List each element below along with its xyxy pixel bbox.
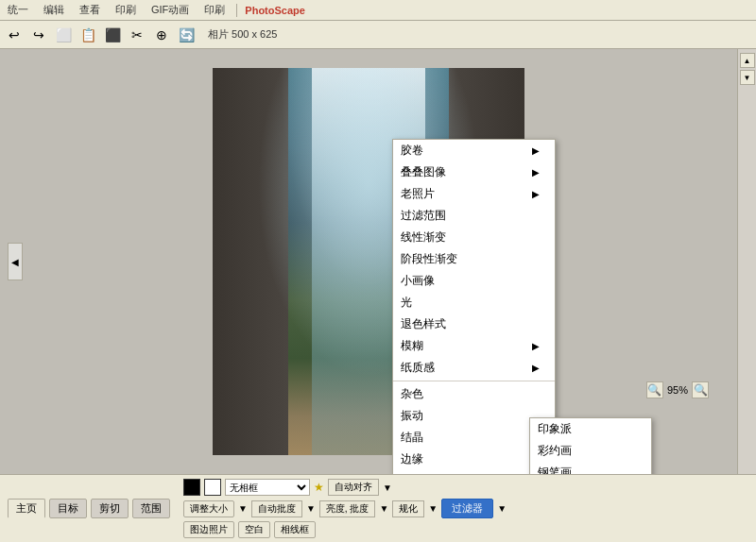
zoom-level: 95% [667, 384, 688, 396]
bottom-panel: 主页 目标 剪切 范围 无相框 ★ 自动对齐 ▼ 调整大小 ▼ 自动批度 ▼ 亮… [0, 474, 756, 542]
menu-step-grad[interactable]: 阶段性渐变 [393, 248, 555, 270]
menu-blur[interactable]: 模糊▶ [393, 335, 555, 357]
star-btn[interactable]: ★ [314, 481, 324, 494]
paste-btn[interactable]: 📋 [77, 25, 98, 45]
toolbar-print2[interactable]: 印刷 [200, 3, 229, 17]
tab-home[interactable]: 主页 [8, 499, 45, 518]
submenu-brush: 印象派 彩约画 钢笔画 水彩画 油画 铅笔画 素画 板画（彩色） [529, 417, 652, 474]
second-toolbar: ↩ ↪ ⬜ 📋 ⬛ ✂ ⊕ 🔄 相片 500 x 625 [0, 21, 756, 49]
bottom-row-1: 无相框 ★ 自动对齐 ▼ [183, 479, 748, 496]
toolbar-print1[interactable]: 印刷 [112, 3, 140, 17]
photo-size: 相片 500 x 625 [208, 27, 277, 42]
menu-fade[interactable]: 退色样式 [393, 313, 555, 335]
menu-overlay[interactable]: 叠叠图像▶ [393, 161, 555, 183]
auto-adjust-btn[interactable]: 自动对齐 [328, 479, 379, 496]
bottom-row-3: 图边照片 空白 相线框 [183, 521, 748, 538]
border-photo-btn[interactable]: 图边照片 [183, 521, 234, 538]
filter-btn[interactable]: 过滤器 [441, 499, 493, 518]
right-btn-2[interactable]: ▼ [740, 70, 755, 85]
normalize-btn[interactable]: 规化 [392, 500, 424, 517]
menu-paper[interactable]: 纸质感▶ [393, 357, 555, 379]
tab-target[interactable]: 目标 [49, 499, 87, 518]
toolbar-edit[interactable]: 编辑 [40, 3, 68, 17]
scroll-left[interactable]: ◀ [8, 243, 23, 280]
zoom-out[interactable]: 🔍 [646, 381, 663, 398]
menu-linear-grad[interactable]: 线性渐变 [393, 227, 555, 248]
tool2[interactable]: ✂ [127, 25, 147, 45]
auto-contrast-btn[interactable]: 自动批度 [251, 500, 302, 517]
frame-select[interactable]: 无相框 [225, 479, 310, 496]
redo-btn[interactable]: ↪ [28, 25, 49, 45]
submenu-pen[interactable]: 钢笔画 [530, 462, 651, 474]
color-white[interactable] [204, 479, 221, 496]
canvas-area: ◀ 胶卷▶ 叠叠图像▶ 老照片▶ 过滤范围 线性渐变 [0, 49, 737, 474]
menu-filter-range[interactable]: 过滤范围 [393, 205, 555, 227]
color-black[interactable] [183, 479, 200, 496]
bottom-row-2: 调整大小 ▼ 自动批度 ▼ 亮度, 批度 ▼ 规化 ▼ 过滤器 ▼ [183, 499, 748, 518]
menu-noise[interactable]: 杂色 [393, 383, 555, 405]
separator [236, 4, 237, 17]
copy-btn[interactable]: ⬜ [53, 25, 74, 45]
right-btn-1[interactable]: ▲ [740, 53, 755, 68]
photoscape-logo: PhotoScape [245, 5, 305, 16]
zoom-in[interactable]: 🔍 [692, 381, 709, 398]
blank-btn[interactable]: 空白 [238, 521, 270, 538]
toolbar-gif[interactable]: GIF动画 [147, 3, 193, 17]
separator1 [393, 381, 555, 381]
undo-btn[interactable]: ↩ [4, 25, 25, 45]
tool4[interactable]: 🔄 [176, 25, 197, 45]
menu-light[interactable]: 光 [393, 292, 555, 313]
bottom-controls: 无相框 ★ 自动对齐 ▼ 调整大小 ▼ 自动批度 ▼ 亮度, 批度 ▼ 规化 ▼… [183, 479, 748, 538]
toolbar-unify[interactable]: 统一 [4, 3, 32, 17]
tool1[interactable]: ⬛ [102, 25, 123, 45]
tab-range[interactable]: 范围 [132, 499, 170, 518]
submenu-impression[interactable]: 印象派 [530, 418, 651, 440]
menu-oldphoto[interactable]: 老照片▶ [393, 183, 555, 205]
menu-film[interactable]: 胶卷▶ [393, 140, 555, 161]
tool3[interactable]: ⊕ [151, 25, 172, 45]
line-frame-btn[interactable]: 相线框 [274, 521, 316, 538]
adjust-size-btn[interactable]: 调整大小 [183, 500, 234, 517]
submenu-watercolor-paint[interactable]: 彩约画 [530, 440, 651, 462]
zoom-controls: 🔍 95% 🔍 [646, 381, 709, 398]
tab-cut[interactable]: 剪切 [91, 499, 129, 518]
menu-vignette[interactable]: 小画像 [393, 270, 555, 292]
toolbar-view[interactable]: 查看 [76, 3, 104, 17]
brightness-btn[interactable]: 亮度, 批度 [319, 500, 376, 517]
main-area: ◀ 胶卷▶ 叠叠图像▶ 老照片▶ 过滤范围 线性渐变 [0, 49, 756, 474]
right-panel: ▲ ▼ [737, 49, 756, 474]
top-toolbar: 统一 编辑 查看 印刷 GIF动画 印刷 PhotoScape [0, 0, 756, 21]
tab-buttons: 主页 目标 剪切 范围 [8, 499, 170, 518]
